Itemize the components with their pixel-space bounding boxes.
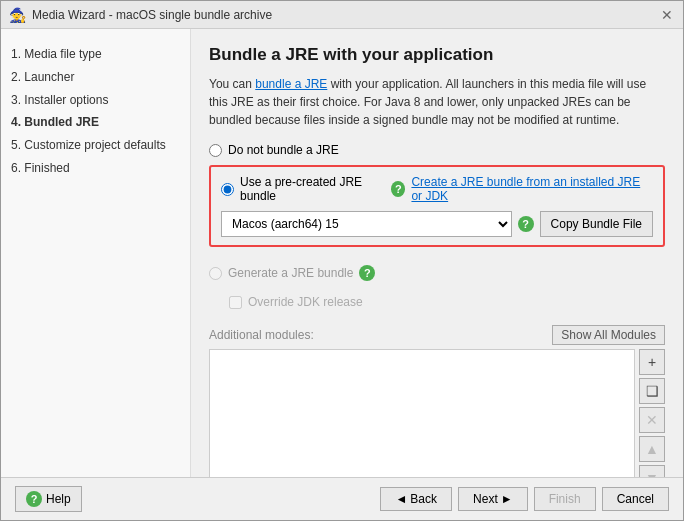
- pre-created-help-icon[interactable]: ?: [391, 181, 405, 197]
- additional-modules-label: Additional modules:: [209, 328, 314, 342]
- bottom-bar: ? Help ◄ Back Next ► Finish Cancel: [1, 477, 683, 520]
- next-arrow-icon: ►: [501, 492, 513, 506]
- modules-area: + ❑ ✕ ▲ ▼: [209, 349, 665, 477]
- content-area: 1. Media file type 2. Launcher 3. Instal…: [1, 29, 683, 477]
- sidebar-item-bundled-jre[interactable]: 4. Bundled JRE: [11, 111, 180, 134]
- back-button[interactable]: ◄ Back: [380, 487, 452, 511]
- sidebar: 1. Media file type 2. Launcher 3. Instal…: [1, 29, 191, 477]
- window-title: Media Wizard - macOS single bundle archi…: [32, 8, 653, 22]
- modules-list: [209, 349, 635, 477]
- sidebar-item-finished[interactable]: 6. Finished: [11, 157, 180, 180]
- cancel-button[interactable]: Cancel: [602, 487, 669, 511]
- show-all-modules-button[interactable]: Show All Modules: [552, 325, 665, 345]
- next-label: Next: [473, 492, 498, 506]
- down-icon: ▼: [645, 470, 659, 477]
- bundle-jre-link[interactable]: bundle a JRE: [255, 77, 327, 91]
- jre-dropdown-row: Macos (aarch64) 15 ? Copy Bundle File: [221, 211, 653, 237]
- page-title: Bundle a JRE with your application: [209, 45, 665, 65]
- pre-created-box: Use a pre-created JRE bundle ? Create a …: [209, 165, 665, 247]
- override-jdk-row: Override JDK release: [229, 295, 665, 309]
- copy-module-button[interactable]: ❑: [639, 378, 665, 404]
- back-arrow-icon: ◄: [395, 492, 407, 506]
- move-up-button[interactable]: ▲: [639, 436, 665, 462]
- help-button[interactable]: ? Help: [15, 486, 82, 512]
- back-label: Back: [410, 492, 437, 506]
- help-label: Help: [46, 492, 71, 506]
- pre-created-label: Use a pre-created JRE bundle: [240, 175, 385, 203]
- jre-dropdown[interactable]: Macos (aarch64) 15: [221, 211, 512, 237]
- description-text: You can bundle a JRE with your applicati…: [209, 75, 665, 129]
- no-bundle-radio[interactable]: [209, 144, 222, 157]
- options-area: Do not bundle a JRE Use a pre-created JR…: [209, 143, 665, 477]
- add-icon: +: [648, 354, 656, 370]
- pre-created-option: Use a pre-created JRE bundle ? Create a …: [221, 175, 653, 203]
- dropdown-help-icon[interactable]: ?: [518, 216, 534, 232]
- no-bundle-label: Do not bundle a JRE: [228, 143, 339, 157]
- copy-icon: ❑: [646, 383, 659, 399]
- override-jdk-checkbox[interactable]: [229, 296, 242, 309]
- finish-button[interactable]: Finish: [534, 487, 596, 511]
- modules-section: Additional modules: Show All Modules + ❑: [209, 325, 665, 477]
- modules-action-buttons: + ❑ ✕ ▲ ▼: [639, 349, 665, 477]
- help-icon: ?: [26, 491, 42, 507]
- close-button[interactable]: ✕: [659, 7, 675, 23]
- modules-header: Additional modules: Show All Modules: [209, 325, 665, 345]
- create-jre-bundle-link[interactable]: Create a JRE bundle from an installed JR…: [411, 175, 653, 203]
- pre-created-radio[interactable]: [221, 183, 234, 196]
- main-panel: Bundle a JRE with your application You c…: [191, 29, 683, 477]
- main-window: 🧙 Media Wizard - macOS single bundle arc…: [0, 0, 684, 521]
- generate-label: Generate a JRE bundle: [228, 266, 353, 280]
- remove-module-button[interactable]: ✕: [639, 407, 665, 433]
- sidebar-item-media-file-type[interactable]: 1. Media file type: [11, 43, 180, 66]
- next-button[interactable]: Next ►: [458, 487, 528, 511]
- no-bundle-option: Do not bundle a JRE: [209, 143, 665, 157]
- override-jdk-label: Override JDK release: [248, 295, 363, 309]
- copy-bundle-button[interactable]: Copy Bundle File: [540, 211, 653, 237]
- sidebar-item-customize-defaults[interactable]: 5. Customize project defaults: [11, 134, 180, 157]
- window-icon: 🧙: [9, 7, 26, 23]
- sidebar-item-installer-options[interactable]: 3. Installer options: [11, 89, 180, 112]
- generate-option: Generate a JRE bundle ?: [209, 265, 665, 281]
- up-icon: ▲: [645, 441, 659, 457]
- sidebar-item-launcher[interactable]: 2. Launcher: [11, 66, 180, 89]
- generate-help-icon[interactable]: ?: [359, 265, 375, 281]
- generate-radio[interactable]: [209, 267, 222, 280]
- add-module-button[interactable]: +: [639, 349, 665, 375]
- title-bar: 🧙 Media Wizard - macOS single bundle arc…: [1, 1, 683, 29]
- move-down-button[interactable]: ▼: [639, 465, 665, 477]
- remove-icon: ✕: [646, 412, 658, 428]
